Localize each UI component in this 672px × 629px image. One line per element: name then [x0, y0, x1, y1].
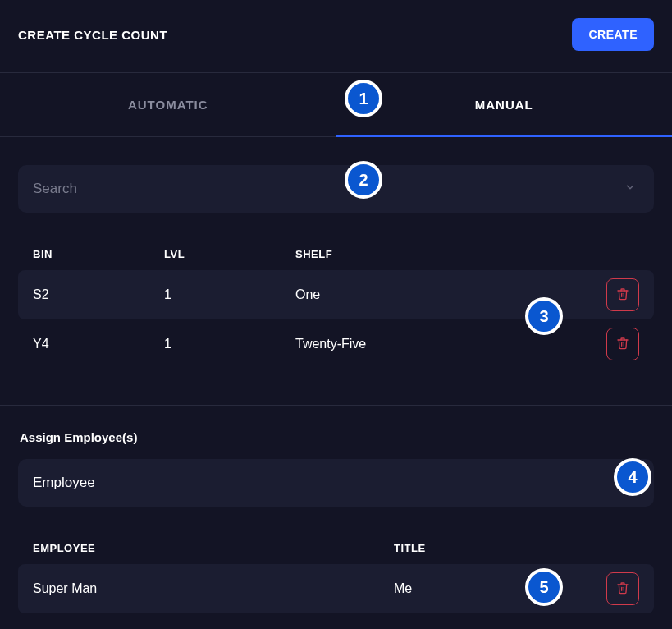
annotation-badge-4: 4: [614, 458, 651, 496]
col-header-shelf: SHELF: [295, 248, 603, 260]
bin-table-header: BIN LVL SHELF: [18, 237, 654, 270]
cell-lvl: 1: [164, 337, 295, 351]
tab-manual[interactable]: MANUAL: [336, 73, 673, 136]
cell-shelf: One: [295, 287, 603, 302]
employee-table: EMPLOYEE TITLE Super Man Me: [18, 531, 654, 613]
col-header-employee: EMPLOYEE: [33, 542, 394, 554]
cell-bin: Y4: [33, 337, 164, 351]
delete-row-button[interactable]: [606, 278, 639, 311]
cell-shelf: Twenty-Five: [295, 337, 603, 351]
employee-select-value: Employee: [33, 475, 95, 491]
assign-heading: Assign Employee(s): [20, 430, 654, 444]
delete-row-button[interactable]: [606, 572, 639, 605]
cell-lvl: 1: [164, 287, 295, 302]
header: CREATE CYCLE COUNT CREATE: [0, 0, 672, 72]
search-input[interactable]: Search: [18, 165, 654, 213]
annotation-badge-2: 2: [345, 161, 382, 199]
tab-automatic[interactable]: AUTOMATIC: [0, 73, 336, 136]
delete-row-button[interactable]: [606, 328, 639, 360]
main-content: Search BIN LVL SHELF S2 1 One: [0, 137, 672, 405]
annotation-badge-3: 3: [525, 297, 563, 335]
employee-select[interactable]: Employee: [18, 459, 654, 507]
col-header-title: TITLE: [394, 542, 603, 554]
cell-actions: [603, 278, 639, 311]
col-header-bin: BIN: [33, 248, 164, 260]
annotation-badge-1: 1: [345, 80, 382, 117]
annotation-badge-5: 5: [525, 568, 563, 606]
trash-icon: [616, 581, 629, 597]
cell-employee: Super Man: [33, 581, 394, 596]
page-title: CREATE CYCLE COUNT: [18, 28, 167, 42]
cell-bin: S2: [33, 287, 164, 302]
cell-actions: [603, 328, 639, 360]
trash-icon: [616, 287, 629, 303]
col-header-lvl: LVL: [164, 248, 295, 260]
chevron-down-icon: [624, 181, 636, 196]
cell-actions: [603, 572, 639, 605]
tabs: AUTOMATIC MANUAL: [0, 73, 672, 137]
search-placeholder: Search: [33, 181, 77, 197]
trash-icon: [616, 337, 629, 352]
assign-section: Assign Employee(s) Employee EMPLOYEE TIT…: [0, 406, 672, 613]
create-button[interactable]: CREATE: [572, 18, 654, 51]
employee-table-header: EMPLOYEE TITLE: [18, 531, 654, 564]
bin-table: BIN LVL SHELF S2 1 One Y4 1 Twenty-Five: [18, 237, 654, 369]
cell-title: Me: [394, 581, 603, 596]
